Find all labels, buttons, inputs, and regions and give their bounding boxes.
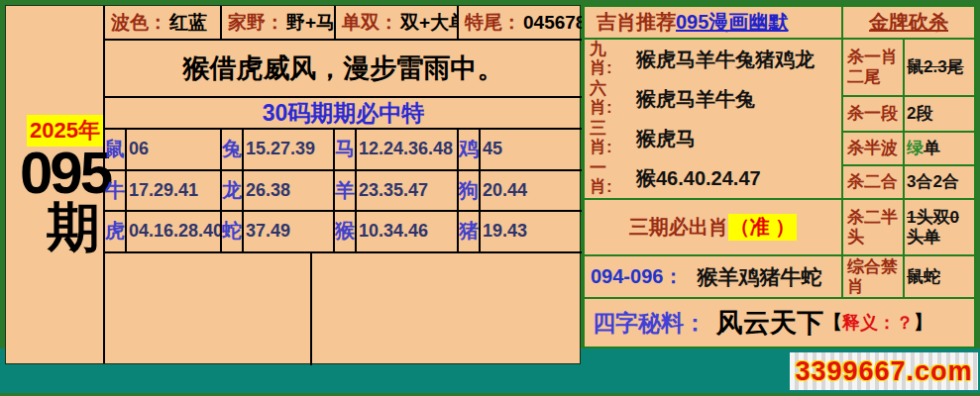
- zodiac-cell-numbers: 04.16.28.40: [127, 212, 222, 253]
- kill-one-segment-row: 杀一段 2段: [843, 97, 974, 133]
- secret-label: 四字秘料：: [593, 308, 707, 339]
- kill-two-half-head-value: 1头双0头单: [907, 208, 974, 247]
- zodiac-cell-animal: 羊: [335, 171, 357, 213]
- kill-one-segment-value: 2段: [905, 97, 974, 131]
- special-tail-value: 0456789: [521, 12, 582, 34]
- issue-period-char: 期: [47, 200, 100, 253]
- kill-one-xiao-two-tail-value: 鼠2.3尾: [907, 57, 964, 77]
- home-wild-value: 野+马羊: [284, 10, 336, 36]
- six-xiao-row: 六肖: 猴虎马羊牛兔: [585, 79, 841, 119]
- kill-one-xiao-two-tail-row: 杀一肖二尾 鼠2.3尾: [843, 40, 974, 97]
- zodiac-cell-animal: 虎: [105, 212, 127, 253]
- zodiac-cell-animal: 蛇: [222, 212, 244, 253]
- zodiac-cell-animal: 牛: [105, 171, 127, 213]
- nine-xiao-row: 九肖: 猴虎马羊牛兔猪鸡龙: [585, 40, 841, 79]
- comic-humor-link[interactable]: 095漫画幽默: [676, 9, 788, 36]
- right-panel-body: 九肖: 猴虎马羊牛兔猪鸡龙 六肖: 猴虎马羊牛兔 三肖: 猴虎马 一肖: 猴46…: [585, 40, 974, 200]
- combined-ban-row: 综合禁肖 鼠蛇: [843, 256, 974, 297]
- issue-column: 2025年 095 期: [6, 6, 105, 363]
- right-panel-header: 吉肖推荐 095漫画幽默 金牌砍杀: [585, 7, 974, 40]
- must-hit-cell: 三期必出肖 （准 ）: [585, 200, 843, 254]
- main-panel: 2025年 095 期 波色： 红蓝 家野： 野+马羊 单双： 双+大单 特尾：…: [5, 5, 581, 364]
- riddle-phrase: 猴借虎威风，漫步雷雨中。: [105, 41, 582, 98]
- kill-half-wave-value-rest: 单: [924, 139, 940, 158]
- zodiac-cell-numbers: 12.24.36.48: [357, 130, 459, 171]
- recommend-label: 吉肖推荐: [597, 9, 676, 36]
- recommend-header-cell: 吉肖推荐 095漫画幽默: [585, 7, 843, 38]
- one-xiao-label: 一肖:: [590, 159, 616, 196]
- wave-color-label: 波色：: [111, 10, 167, 36]
- zodiac-cell-numbers: 23.35.47: [357, 171, 459, 213]
- kill-half-wave-label: 杀半波: [843, 133, 905, 164]
- banner-30-codes: 30码期期必中特: [105, 98, 582, 130]
- combined-ban-value: 鼠蛇: [907, 267, 940, 287]
- zodiac-cell-animal: 马: [335, 130, 357, 171]
- odd-even-cell: 单双： 双+大单: [336, 6, 459, 41]
- range-zodiac-value: 猴羊鸡猪牛蛇: [683, 263, 821, 291]
- zodiac-cell-animal: 狗: [459, 171, 481, 213]
- xiao-recommend-column: 九肖: 猴虎马羊牛兔猪鸡龙 六肖: 猴虎马羊牛兔 三肖: 猴虎马 一肖: 猴46…: [585, 40, 843, 198]
- zodiac-cell-numbers: 06: [127, 130, 222, 171]
- wave-color-value: 红蓝: [167, 10, 207, 36]
- zodiac-cell-numbers: 10.34.46: [357, 212, 459, 253]
- home-wild-label: 家野：: [228, 10, 284, 36]
- one-xiao-row: 一肖: 猴46.40.24.47: [585, 158, 841, 198]
- issue-number: 095: [20, 144, 110, 203]
- six-xiao-value: 猴虎马羊牛兔: [616, 86, 755, 113]
- kill-one-segment-label: 杀一段: [843, 97, 905, 131]
- gold-kill-title[interactable]: 金牌砍杀: [843, 7, 974, 38]
- attribute-strip: 波色： 红蓝 家野： 野+马羊 单双： 双+大单 特尾： 0456789: [105, 6, 582, 41]
- secret-bracket-open: 【: [823, 310, 842, 336]
- six-xiao-label: 六肖:: [590, 80, 616, 117]
- recommendation-panel: 吉肖推荐 095漫画幽默 金牌砍杀 九肖: 猴虎马羊牛兔猪鸡龙 六肖: 猴虎马羊…: [583, 5, 976, 348]
- range-row: 094-096： 猴羊鸡猪牛蛇 综合禁肖 鼠蛇: [585, 256, 974, 299]
- zodiac-cell-numbers: 37.49: [244, 212, 335, 253]
- range-cell: 094-096： 猴羊鸡猪牛蛇: [585, 256, 843, 297]
- lottery-tip-sheet: 2025年 095 期 波色： 红蓝 家野： 野+马羊 单双： 双+大单 特尾：…: [0, 0, 980, 396]
- range-issues-label: 094-096：: [591, 263, 683, 290]
- site-url[interactable]: 3399667.com: [795, 356, 972, 387]
- special-tail-cell: 特尾： 0456789: [459, 6, 582, 41]
- zodiac-cell-numbers: 17.29.41: [127, 171, 222, 213]
- zodiac-cell-numbers: 19.43: [481, 212, 582, 253]
- kill-two-combo-label: 杀二合: [843, 166, 905, 198]
- three-xiao-label: 三肖:: [590, 120, 616, 156]
- must-hit-label: 三期必出肖: [629, 214, 728, 241]
- zodiac-number-table: 鼠 06 兔 15.27.39 马 12.24.36.48 鸡 45 牛 17.…: [105, 130, 582, 253]
- zodiac-cell-animal: 猪: [459, 212, 481, 253]
- must-hit-row: 三期必出肖 （准 ） 杀二半头 1头双0头单: [585, 200, 974, 256]
- one-xiao-value: 猴46.40.24.47: [616, 165, 761, 192]
- kill-one-xiao-two-tail-label: 杀一肖二尾: [843, 40, 905, 95]
- wave-color-cell: 波色： 红蓝: [105, 6, 222, 41]
- zodiac-cell-animal: 鸡: [459, 130, 481, 171]
- zodiac-cell-animal: 兔: [222, 130, 244, 171]
- secret-bracket-close: 】: [914, 310, 932, 336]
- odd-even-value: 双+大单: [398, 10, 459, 36]
- kill-two-half-head-row: 杀二半头 1头双0头单: [843, 200, 974, 254]
- zodiac-cell-numbers: 15.27.39: [244, 130, 335, 171]
- kill-two-combo-value: 3合2合: [905, 166, 974, 198]
- zodiac-cell-numbers: 45: [481, 130, 582, 171]
- kill-two-half-head-label: 杀二半头: [843, 200, 905, 254]
- odd-even-label: 单双：: [342, 10, 398, 36]
- site-badge[interactable]: 3399667.com: [790, 352, 978, 390]
- special-tail-label: 特尾：: [465, 10, 521, 36]
- kill-half-wave-row: 杀半波 绿 单: [843, 133, 974, 166]
- zodiac-cell-numbers: 26.38: [244, 171, 335, 213]
- empty-bottom-area: [105, 253, 582, 365]
- kill-half-wave-value-green: 绿: [907, 139, 924, 158]
- kill-column: 杀一肖二尾 鼠2.3尾 杀一段 2段 杀半波 绿 单 杀二合 3合2合: [843, 40, 974, 198]
- zodiac-cell-animal: 猴: [335, 212, 357, 253]
- zodiac-cell-animal: 龙: [222, 171, 244, 213]
- home-wild-cell: 家野： 野+马羊: [222, 6, 336, 41]
- secret-meaning-note: 释义：？: [842, 311, 914, 335]
- secret-value: 风云天下: [707, 305, 823, 341]
- nine-xiao-label: 九肖:: [590, 41, 616, 77]
- zodiac-cell-numbers: 20.44: [481, 171, 582, 213]
- three-xiao-row: 三肖: 猴虎马: [585, 119, 841, 158]
- kill-two-combo-row: 杀二合 3合2合: [843, 166, 974, 198]
- must-hit-accurate-mark: （准 ）: [728, 214, 798, 241]
- nine-xiao-value: 猴虎马羊牛兔猪鸡龙: [616, 47, 815, 73]
- zodiac-cell-animal: 鼠: [105, 130, 127, 171]
- three-xiao-value: 猴虎马: [616, 126, 696, 152]
